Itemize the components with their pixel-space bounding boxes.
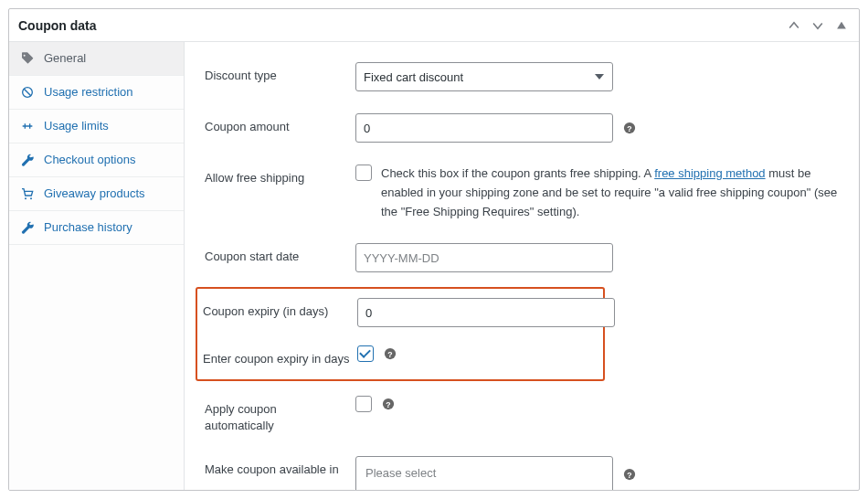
- label-expiry-days: Coupon expiry (in days): [203, 298, 357, 320]
- move-down-icon[interactable]: [810, 17, 826, 34]
- cart-icon: [20, 186, 35, 201]
- expiry-highlight-box: Coupon expiry (in days) Enter coupon exp…: [196, 287, 605, 380]
- label-discount-type: Discount type: [205, 62, 355, 84]
- tab-usage-restriction[interactable]: Usage restriction: [9, 76, 184, 110]
- expiry-days-input[interactable]: [357, 298, 615, 327]
- svg-point-6: [25, 197, 26, 199]
- apply-auto-checkbox[interactable]: [355, 396, 372, 412]
- label-free-shipping: Allow free shipping: [205, 165, 355, 186]
- panel-actions: [786, 17, 850, 34]
- coupon-data-panel: Coupon data General: [8, 8, 860, 491]
- help-icon[interactable]: ?: [622, 121, 637, 135]
- tab-label: General: [44, 51, 86, 66]
- field-available-in: Make coupon available in Please select ?: [205, 447, 842, 490]
- start-date-input[interactable]: [355, 243, 613, 272]
- tab-label: Usage restriction: [44, 85, 133, 100]
- svg-marker-0: [837, 21, 846, 28]
- label-apply-auto: Apply coupon automatically: [205, 396, 355, 434]
- free-shipping-description: Check this box if the coupon grants free…: [381, 165, 842, 221]
- coupon-amount-input[interactable]: [355, 113, 613, 143]
- svg-text:?: ?: [386, 399, 390, 409]
- panel-title: Coupon data: [18, 18, 97, 33]
- tag-icon: [20, 51, 35, 66]
- panel-body: General Usage restriction Usage limits C…: [9, 42, 859, 490]
- label-coupon-amount: Coupon amount: [205, 113, 355, 135]
- help-icon[interactable]: ?: [383, 346, 397, 361]
- help-icon[interactable]: ?: [622, 467, 637, 482]
- free-shipping-checkbox[interactable]: [355, 165, 372, 181]
- help-icon[interactable]: ?: [381, 397, 396, 411]
- svg-text:?: ?: [627, 124, 631, 133]
- enter-expiry-days-checkbox[interactable]: [357, 345, 374, 362]
- wrench-icon: [20, 153, 35, 167]
- available-in-select[interactable]: Please select: [355, 456, 613, 490]
- tab-label: Giveaway products: [44, 186, 145, 201]
- general-settings: Discount type Fixed cart discount Coupon…: [185, 42, 859, 490]
- field-discount-type: Discount type Fixed cart discount: [205, 53, 842, 104]
- tab-label: Checkout options: [44, 153, 135, 167]
- label-start-date: Coupon start date: [205, 243, 355, 265]
- panel-header: Coupon data: [9, 9, 859, 42]
- tab-checkout-options[interactable]: Checkout options: [9, 143, 184, 177]
- field-expiry-days: Coupon expiry (in days): [203, 294, 596, 336]
- free-shipping-method-link[interactable]: free shipping method: [654, 166, 765, 180]
- field-start-date: Coupon start date: [205, 234, 842, 285]
- tab-giveaway-products[interactable]: Giveaway products: [9, 177, 184, 211]
- label-enter-expiry-days: Enter coupon expiry in days: [203, 345, 357, 367]
- discount-type-select[interactable]: Fixed cart discount: [355, 62, 613, 91]
- tab-label: Purchase history: [44, 220, 132, 235]
- ban-icon: [20, 85, 35, 100]
- label-available-in: Make coupon available in: [205, 456, 355, 478]
- svg-point-7: [30, 197, 32, 199]
- svg-text:?: ?: [387, 350, 392, 359]
- tab-general[interactable]: General: [9, 42, 184, 76]
- field-apply-auto: Apply coupon automatically ?: [205, 387, 842, 447]
- wrench-icon: [20, 220, 35, 235]
- limits-icon: [20, 119, 35, 133]
- tab-label: Usage limits: [44, 119, 109, 133]
- svg-text:?: ?: [627, 470, 631, 479]
- collapse-toggle-icon[interactable]: [833, 17, 850, 34]
- tab-purchase-history[interactable]: Purchase history: [9, 211, 184, 245]
- tab-usage-limits[interactable]: Usage limits: [9, 110, 184, 143]
- field-coupon-amount: Coupon amount ?: [205, 104, 842, 155]
- move-up-icon[interactable]: [786, 17, 802, 34]
- tabs-sidebar: General Usage restriction Usage limits C…: [9, 42, 185, 490]
- field-allow-free-shipping: Allow free shipping Check this box if th…: [205, 155, 842, 234]
- field-enter-expiry-days: Enter coupon expiry in days ?: [203, 336, 596, 369]
- svg-line-2: [24, 89, 31, 96]
